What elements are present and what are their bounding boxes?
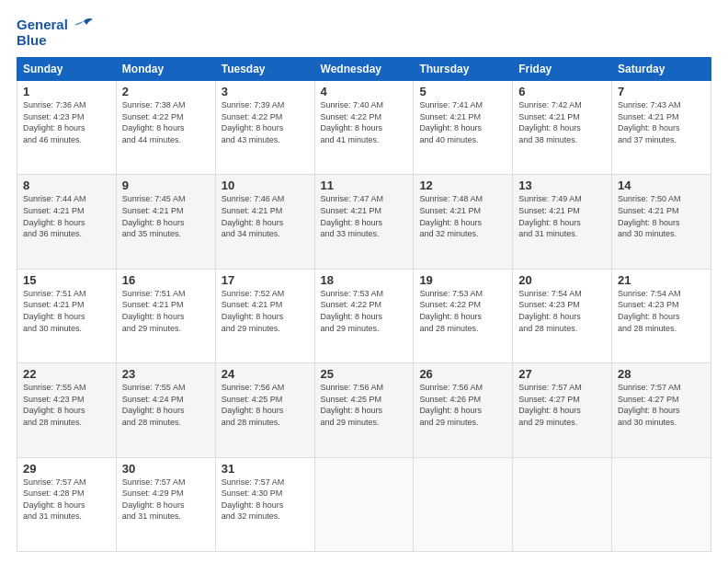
calendar-week-row: 29Sunrise: 7:57 AMSunset: 4:28 PMDayligh… xyxy=(17,457,711,551)
day-info: Sunrise: 7:57 AMSunset: 4:29 PMDaylight:… xyxy=(122,477,210,523)
day-info: Sunrise: 7:51 AMSunset: 4:21 PMDaylight:… xyxy=(122,288,210,334)
day-info: Sunrise: 7:38 AMSunset: 4:22 PMDaylight:… xyxy=(122,99,210,145)
day-number: 19 xyxy=(419,273,506,287)
day-info: Sunrise: 7:55 AMSunset: 4:24 PMDaylight:… xyxy=(122,382,210,428)
day-number: 2 xyxy=(122,85,210,98)
calendar-cell: 20Sunrise: 7:54 AMSunset: 4:23 PMDayligh… xyxy=(513,269,612,362)
day-number: 5 xyxy=(419,85,506,98)
day-info: Sunrise: 7:49 AMSunset: 4:21 PMDaylight:… xyxy=(518,193,606,239)
day-number: 24 xyxy=(222,367,309,381)
calendar-cell: 15Sunrise: 7:51 AMSunset: 4:21 PMDayligh… xyxy=(17,269,117,362)
day-number: 15 xyxy=(23,273,110,287)
day-number: 28 xyxy=(618,367,705,381)
day-number: 1 xyxy=(23,85,110,98)
day-info: Sunrise: 7:41 AMSunset: 4:21 PMDaylight:… xyxy=(419,99,506,145)
day-info: Sunrise: 7:47 AMSunset: 4:21 PMDaylight:… xyxy=(321,193,408,239)
calendar-cell: 6Sunrise: 7:42 AMSunset: 4:21 PMDaylight… xyxy=(513,81,612,175)
header: General Blue xyxy=(17,17,711,48)
calendar-cell: 27Sunrise: 7:57 AMSunset: 4:27 PMDayligh… xyxy=(513,363,612,457)
calendar-cell: 16Sunrise: 7:51 AMSunset: 4:21 PMDayligh… xyxy=(116,269,215,362)
day-info: Sunrise: 7:54 AMSunset: 4:23 PMDaylight:… xyxy=(618,288,705,334)
calendar-cell: 14Sunrise: 7:50 AMSunset: 4:21 PMDayligh… xyxy=(612,175,711,269)
calendar-week-row: 1Sunrise: 7:36 AMSunset: 4:23 PMDaylight… xyxy=(17,81,711,175)
weekday-header: Wednesday xyxy=(314,58,414,81)
weekday-header: Sunday xyxy=(17,58,117,81)
calendar-table: SundayMondayTuesdayWednesdayThursdayFrid… xyxy=(17,57,711,552)
calendar-header-row: SundayMondayTuesdayWednesdayThursdayFrid… xyxy=(17,58,711,81)
day-number: 8 xyxy=(23,178,110,192)
day-info: Sunrise: 7:57 AMSunset: 4:27 PMDaylight:… xyxy=(518,382,606,428)
day-number: 3 xyxy=(222,85,309,98)
day-number: 14 xyxy=(618,178,705,192)
weekday-header: Friday xyxy=(513,58,612,81)
day-info: Sunrise: 7:42 AMSunset: 4:21 PMDaylight:… xyxy=(518,99,606,145)
calendar-cell: 13Sunrise: 7:49 AMSunset: 4:21 PMDayligh… xyxy=(513,175,612,269)
calendar-cell xyxy=(612,457,711,551)
day-info: Sunrise: 7:54 AMSunset: 4:23 PMDaylight:… xyxy=(518,288,606,334)
day-number: 7 xyxy=(618,85,705,98)
calendar-week-row: 8Sunrise: 7:44 AMSunset: 4:21 PMDaylight… xyxy=(17,175,711,269)
day-number: 11 xyxy=(321,178,408,192)
calendar-cell: 30Sunrise: 7:57 AMSunset: 4:29 PMDayligh… xyxy=(116,457,215,551)
day-number: 20 xyxy=(518,273,606,287)
day-number: 12 xyxy=(419,178,506,192)
day-number: 17 xyxy=(222,273,309,287)
day-number: 9 xyxy=(122,178,210,192)
calendar-cell: 5Sunrise: 7:41 AMSunset: 4:21 PMDaylight… xyxy=(414,81,513,175)
day-info: Sunrise: 7:56 AMSunset: 4:25 PMDaylight:… xyxy=(222,382,309,428)
day-info: Sunrise: 7:36 AMSunset: 4:23 PMDaylight:… xyxy=(23,99,110,145)
day-info: Sunrise: 7:53 AMSunset: 4:22 PMDaylight:… xyxy=(419,288,506,334)
weekday-header: Saturday xyxy=(612,58,711,81)
day-info: Sunrise: 7:57 AMSunset: 4:30 PMDaylight:… xyxy=(222,477,309,523)
calendar-cell xyxy=(314,457,414,551)
calendar-cell xyxy=(414,457,513,551)
calendar-cell: 29Sunrise: 7:57 AMSunset: 4:28 PMDayligh… xyxy=(17,457,117,551)
day-info: Sunrise: 7:51 AMSunset: 4:21 PMDaylight:… xyxy=(23,288,110,334)
calendar-cell xyxy=(513,457,612,551)
calendar-cell: 19Sunrise: 7:53 AMSunset: 4:22 PMDayligh… xyxy=(414,269,513,362)
day-info: Sunrise: 7:55 AMSunset: 4:23 PMDaylight:… xyxy=(23,382,110,428)
day-info: Sunrise: 7:56 AMSunset: 4:25 PMDaylight:… xyxy=(321,382,408,428)
calendar-cell: 23Sunrise: 7:55 AMSunset: 4:24 PMDayligh… xyxy=(116,363,215,457)
calendar-cell: 4Sunrise: 7:40 AMSunset: 4:22 PMDaylight… xyxy=(314,81,414,175)
day-info: Sunrise: 7:50 AMSunset: 4:21 PMDaylight:… xyxy=(618,193,705,239)
day-info: Sunrise: 7:44 AMSunset: 4:21 PMDaylight:… xyxy=(23,193,110,239)
calendar-cell: 18Sunrise: 7:53 AMSunset: 4:22 PMDayligh… xyxy=(314,269,414,362)
calendar-cell: 31Sunrise: 7:57 AMSunset: 4:30 PMDayligh… xyxy=(215,457,314,551)
day-info: Sunrise: 7:43 AMSunset: 4:21 PMDaylight:… xyxy=(618,99,705,145)
calendar-cell: 26Sunrise: 7:56 AMSunset: 4:26 PMDayligh… xyxy=(414,363,513,457)
day-number: 26 xyxy=(419,367,506,381)
day-info: Sunrise: 7:57 AMSunset: 4:28 PMDaylight:… xyxy=(23,477,110,523)
weekday-header: Tuesday xyxy=(215,58,314,81)
day-info: Sunrise: 7:45 AMSunset: 4:21 PMDaylight:… xyxy=(122,193,210,239)
calendar-cell: 3Sunrise: 7:39 AMSunset: 4:22 PMDaylight… xyxy=(215,81,314,175)
calendar-cell: 24Sunrise: 7:56 AMSunset: 4:25 PMDayligh… xyxy=(215,363,314,457)
day-number: 13 xyxy=(518,178,606,192)
day-info: Sunrise: 7:48 AMSunset: 4:21 PMDaylight:… xyxy=(419,193,506,239)
calendar-cell: 12Sunrise: 7:48 AMSunset: 4:21 PMDayligh… xyxy=(414,175,513,269)
day-number: 31 xyxy=(222,462,309,476)
calendar-cell: 22Sunrise: 7:55 AMSunset: 4:23 PMDayligh… xyxy=(17,363,117,457)
calendar-cell: 9Sunrise: 7:45 AMSunset: 4:21 PMDaylight… xyxy=(116,175,215,269)
day-number: 29 xyxy=(23,462,110,476)
day-number: 22 xyxy=(23,367,110,381)
day-info: Sunrise: 7:52 AMSunset: 4:21 PMDaylight:… xyxy=(222,288,309,334)
day-info: Sunrise: 7:57 AMSunset: 4:27 PMDaylight:… xyxy=(618,382,705,428)
day-number: 6 xyxy=(518,85,606,98)
day-info: Sunrise: 7:40 AMSunset: 4:22 PMDaylight:… xyxy=(321,99,408,145)
day-number: 30 xyxy=(122,462,210,476)
day-number: 25 xyxy=(321,367,408,381)
calendar-week-row: 22Sunrise: 7:55 AMSunset: 4:23 PMDayligh… xyxy=(17,363,711,457)
day-number: 18 xyxy=(321,273,408,287)
day-number: 4 xyxy=(321,85,408,98)
calendar-cell: 7Sunrise: 7:43 AMSunset: 4:21 PMDaylight… xyxy=(612,81,711,175)
day-number: 16 xyxy=(122,273,210,287)
day-number: 27 xyxy=(518,367,606,381)
calendar-cell: 1Sunrise: 7:36 AMSunset: 4:23 PMDaylight… xyxy=(17,81,117,175)
weekday-header: Thursday xyxy=(414,58,513,81)
calendar-cell: 28Sunrise: 7:57 AMSunset: 4:27 PMDayligh… xyxy=(612,363,711,457)
day-number: 10 xyxy=(222,178,309,192)
calendar-cell: 11Sunrise: 7:47 AMSunset: 4:21 PMDayligh… xyxy=(314,175,414,269)
calendar-cell: 17Sunrise: 7:52 AMSunset: 4:21 PMDayligh… xyxy=(215,269,314,362)
page: General Blue SundayMondayTuesdayWednesda… xyxy=(0,0,728,563)
